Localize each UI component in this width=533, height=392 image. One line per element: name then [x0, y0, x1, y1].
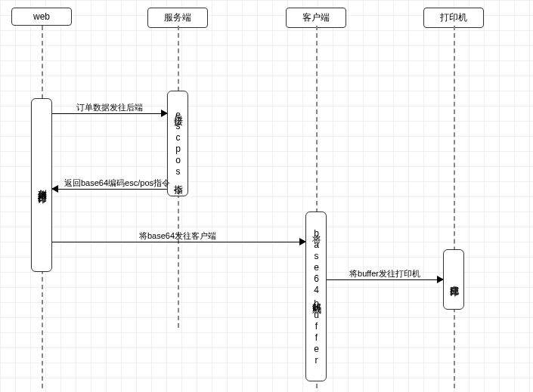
- lifeline-printer: [454, 26, 455, 388]
- message-arrow: [52, 113, 167, 114]
- message-arrow: [327, 279, 443, 280]
- activation-printer: 完成打印: [443, 249, 464, 310]
- participant-label: 客户端: [302, 12, 330, 23]
- activation-client: 将base64解码成buffer: [305, 211, 327, 381]
- activation-label: 将base64解码成buffer: [310, 227, 323, 366]
- activation-label: 创建订单进行打印: [36, 182, 48, 188]
- activation-server: 拼接escpos指令: [167, 91, 188, 196]
- participant-web: web: [11, 8, 72, 26]
- message-arrow: [52, 242, 305, 242]
- participant-printer: 打印机: [423, 8, 484, 28]
- message-label: 将base64发往客户端: [139, 230, 216, 242]
- activation-web: 创建订单进行打印: [31, 98, 52, 272]
- message-label: 返回base64编码esc/pos指令: [64, 177, 170, 189]
- activation-label: 拼接escpos指令: [172, 108, 184, 179]
- participant-label: 服务端: [164, 12, 191, 23]
- message-label: 将buffer发往打印机: [349, 268, 420, 279]
- participant-client: 客户端: [286, 8, 346, 28]
- participant-label: 打印机: [440, 12, 467, 23]
- activation-label: 完成打印: [448, 278, 460, 281]
- message-arrow: [52, 189, 167, 190]
- message-label: 订单数据发往后端: [76, 102, 143, 113]
- participant-server: 服务端: [147, 8, 208, 28]
- participant-label: web: [33, 11, 50, 22]
